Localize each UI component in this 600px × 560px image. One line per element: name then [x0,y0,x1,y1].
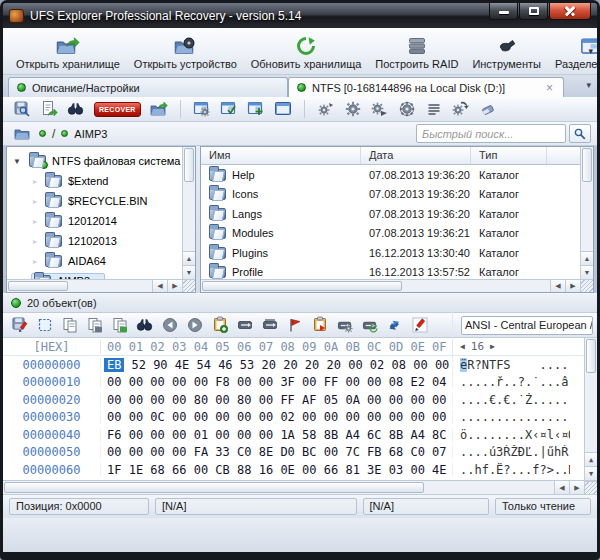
scroll-down-icon[interactable]: ▼ [585,466,597,480]
hex-row-5[interactable]: 00000050 00 00 00 00 FA 33 C0 8E D0 BC 0… [3,444,597,462]
save-info-icon[interactable] [13,100,31,118]
tab-description-settings[interactable]: Описание/Настройки [8,77,288,97]
hex-row-6[interactable]: 00000060 1F 1E 68 66 00 CB 88 16 0E 00 6… [3,461,597,479]
hex-row-1[interactable]: 00000010 00 00 00 00 00 F8 00 00 3F 00 F… [3,374,597,392]
tree-item-aida64[interactable]: AIDA64 [7,251,195,271]
select-block-icon[interactable] [36,316,54,334]
copy-icon[interactable] [61,316,79,334]
hex-vertical-scrollbar[interactable]: ▲ ▼ [584,338,597,480]
define-structure-icon[interactable] [361,316,379,334]
report-icon[interactable] [40,100,58,118]
find-icon[interactable] [67,100,85,118]
increase-width-icon[interactable]: ▶ [490,342,495,351]
file-row-icons[interactable]: Icons 07.08.2013 19:36:20 Каталог [201,185,593,205]
tree-item-extend[interactable]: $Extend [7,171,195,191]
gear-refresh-icon[interactable] [452,100,470,118]
tab-close-icon[interactable]: × [544,83,555,93]
bookmark-flag-icon[interactable] [286,316,304,334]
hex-row-4[interactable]: 00000040 F6 00 00 00 01 00 00 00 1A 58 8… [3,426,597,444]
hex-horizontal-scrollbar[interactable]: ◀ ▶ [3,480,597,494]
resize-grip[interactable] [584,481,597,494]
find-hex-icon[interactable] [136,316,154,334]
close-button[interactable] [549,3,591,20]
scroll-thumb[interactable] [8,281,68,291]
scroll-up-icon[interactable]: ▲ [585,452,597,466]
minimize-button[interactable] [489,3,518,20]
tree-vertical-scrollbar[interactable]: ▲ ▼ [182,147,195,279]
expander-icon[interactable] [33,197,45,206]
refresh-storages-button[interactable]: Обновить хранилища [244,30,369,73]
scroll-right-icon[interactable]: ▶ [569,481,584,494]
tree-horizontal-scrollbar[interactable]: ◀ ▶ [7,279,182,292]
decrease-width-icon[interactable]: ◀ [460,342,465,351]
window-properties-icon[interactable] [193,100,211,118]
file-row-plugins[interactable]: Plugins 16.12.2013 13:30:40 Каталог [201,243,593,263]
expander-icon[interactable] [33,217,45,226]
parse-structure-icon[interactable] [336,316,354,334]
tree-root-ntfs[interactable]: NTFS файловая система [7,151,195,171]
tree-item-12102013[interactable]: 12102013 [7,231,195,251]
sync-panels-icon[interactable] [386,316,404,334]
tree-item-recycle-bin[interactable]: $RECYCLE.BIN [7,191,195,211]
titlebar[interactable]: UFS Explorer Professional Recovery - ver… [3,3,597,28]
selected-byte[interactable]: EB [104,358,124,372]
export-folder-icon[interactable] [150,100,168,118]
expander-icon[interactable] [33,237,45,246]
window-add-icon[interactable] [247,100,265,118]
hex-row-2[interactable]: 00000020 00 00 00 00 80 00 80 00 FF AF 0… [3,391,597,409]
file-row-help[interactable]: Help 07.08.2013 19:36:20 Каталог [201,165,593,185]
scroll-thumb[interactable] [184,148,194,182]
go-forward-icon[interactable] [186,316,204,334]
properties-list-icon[interactable] [425,100,443,118]
scroll-up-icon[interactable]: ▲ [581,251,593,265]
eraser-icon[interactable] [479,100,497,118]
tools-button[interactable]: Инструменты [465,30,548,73]
column-header-type[interactable]: Тип [471,147,547,164]
search-button[interactable] [569,124,591,143]
maximize-button[interactable] [519,3,548,20]
hex-row-0[interactable]: 00000000 EB52 90 4E 54 46 53 20 20 20 20… [3,356,597,374]
copy-text-icon[interactable] [111,316,129,334]
window-check-icon[interactable] [220,100,238,118]
go-back-icon[interactable] [161,316,179,334]
paste-add-icon[interactable] [211,316,229,334]
resize-grip[interactable] [182,279,195,292]
collapse-icon[interactable] [13,157,25,166]
recover-button[interactable]: RECOVER [94,102,141,117]
search-input[interactable] [416,124,566,143]
gear-target-icon[interactable] [398,100,416,118]
tab-ntfs-partition[interactable]: NTFS [0-168144896 на Local Disk (D:)] × [288,77,564,97]
list-vertical-scrollbar[interactable]: ▲ ▼ [580,147,593,279]
scroll-up-icon[interactable]: ▲ [183,251,195,265]
open-storage-button[interactable]: Открыть хранилище [9,30,127,73]
column-header-date[interactable]: Дата [361,147,471,164]
tree-item-12012014[interactable]: 12012014 [7,211,195,231]
scroll-left-icon[interactable]: ◀ [550,280,565,292]
goto-offset-icon[interactable] [236,316,254,334]
breadcrumb-root-dot[interactable] [39,130,46,137]
scroll-left-icon[interactable]: ◀ [554,481,569,494]
save-hex-icon[interactable] [11,316,29,334]
scroll-thumb[interactable] [202,281,402,291]
scroll-down-icon[interactable]: ▼ [183,265,195,279]
hex-row-3[interactable]: 00000030 00 00 0C 00 00 00 00 00 02 00 0… [3,409,597,427]
paste-special-icon[interactable] [311,316,329,334]
root-folder-icon[interactable] [13,126,31,142]
open-device-button[interactable]: Открыть устройство [127,30,244,73]
resize-grip[interactable] [580,279,593,292]
file-row-langs[interactable]: Langs 07.08.2013 19:36:20 Каталог [201,204,593,224]
expander-icon[interactable] [33,257,45,266]
gear-icon[interactable] [344,100,362,118]
scroll-thumb[interactable] [582,148,592,182]
goto-sector-icon[interactable] [261,316,279,334]
scroll-right-icon[interactable]: ▶ [167,280,182,292]
list-horizontal-scrollbar[interactable]: ◀ ▶ [201,279,580,292]
copy-hex-icon[interactable] [86,316,104,334]
scroll-down-icon[interactable]: ▼ [581,265,593,279]
edit-mode-icon[interactable] [411,316,429,334]
scroll-thumb[interactable] [586,339,596,373]
breadcrumb-item-dot[interactable] [61,130,68,137]
scroll-right-icon[interactable]: ▶ [565,280,580,292]
scroll-left-icon[interactable]: ◀ [152,280,167,292]
breadcrumb-current[interactable]: AIMP3 [74,128,107,140]
